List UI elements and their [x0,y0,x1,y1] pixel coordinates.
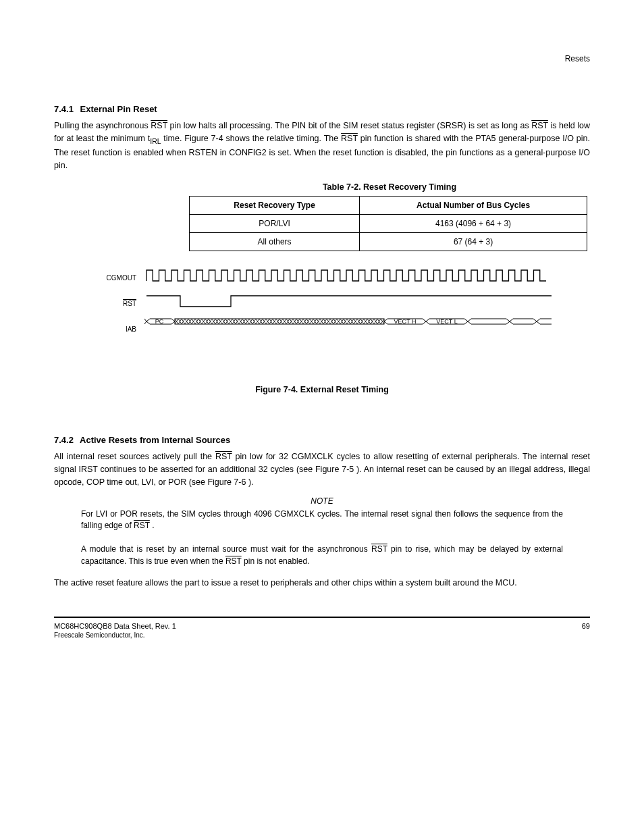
figure-ref: Figure 7-6 [207,477,246,487]
footer-page-number: 69 [582,622,590,630]
table-header: Actual Number of Bus Cycles [360,197,587,215]
text: The active reset feature allows the part… [54,578,517,588]
figure-7-4: CGMOUT RST [54,265,590,394]
section-number: 7.4.1 [54,104,74,114]
section-742-body: All internal reset sources actively pull… [54,450,590,589]
rst-signal: RST [371,544,387,554]
footer-left: MC68HC908QB8 Data Sheet, Rev. 1 Freescal… [54,622,176,639]
table-cell: 4163 (4096 + 64 + 3) [360,215,587,233]
footer-rule [54,617,590,618]
page-footer: MC68HC908QB8 Data Sheet, Rev. 1 Freescal… [54,622,590,639]
rst-signal: RST [225,556,242,566]
section-title-text: External Pin Reset [80,104,157,114]
footer-right: 69 [582,622,590,639]
running-head: Resets [54,54,590,63]
table-cell: All others [190,233,360,251]
svg-rect-0 [175,319,384,324]
table-caption: Table 7-2. Reset Recovery Timing [189,182,590,192]
footer-company: Freescale Semiconductor, Inc. [54,631,176,639]
iab-vectl: VECT L [436,318,457,325]
text: pin low halts all processing. The PIN bi… [170,121,532,130]
rst-signal: RST [531,121,548,130]
table-cell: 67 (64 + 3) [360,233,587,251]
table-cell: POR/LVI [190,215,360,233]
note-block: NOTE For LVI or POR resets, the SIM cycl… [54,496,590,567]
table-row: POR/LVI 4163 (4096 + 64 + 3) [190,215,587,233]
rst-signal: RST [215,452,232,461]
text: . [152,521,154,530]
footer-center [176,623,582,639]
footer-doc-title: MC68HC908QB8 Data Sheet, Rev. 1 [54,622,176,630]
rst-signal: RST [151,121,167,130]
text: All internal reset sources actively pull… [54,452,215,461]
note-label: NOTE [54,496,590,507]
table-header: Reset Recovery Type [190,197,360,215]
text: Pulling the asynchronous [54,121,151,130]
figure-ref: Figure 7-5 [315,465,354,474]
text: ). [248,477,254,487]
section-title-text: Active Resets from Internal Sources [80,435,230,445]
rst-signal: RST [134,521,150,530]
iab-vecth: VECT H [394,318,417,325]
figure-caption: Figure 7-4. External Reset Timing [54,385,590,394]
section-741-title: 7.4.1 External Pin Reset [54,104,590,114]
text: time. [163,134,184,143]
table-row: All others 67 (64 + 3) [190,233,587,251]
text: pin is not enabled. [244,556,309,566]
cgmout-label: CGMOUT [95,274,143,282]
rst-label: RST [95,300,143,307]
table-7-2: Table 7-2. Reset Recovery Timing Reset R… [189,182,590,251]
hatch-region [175,319,384,324]
section-741-body: Pulling the asynchronous RST pin low hal… [54,120,590,172]
subscript: IRL [150,137,161,145]
section-number: 7.4.2 [54,435,74,445]
figure-ref: Figure 7-4 [184,134,223,143]
section-742-title: 7.4.2 Active Resets from Internal Source… [54,435,590,445]
text: A module that is reset by an internal so… [81,544,371,554]
iab-label: IAB [95,325,143,333]
rst-signal: RST [341,134,358,143]
iab-pc: PC [155,318,164,325]
text: shows the relative timing. The [226,134,342,143]
rst-waveform [146,296,552,307]
